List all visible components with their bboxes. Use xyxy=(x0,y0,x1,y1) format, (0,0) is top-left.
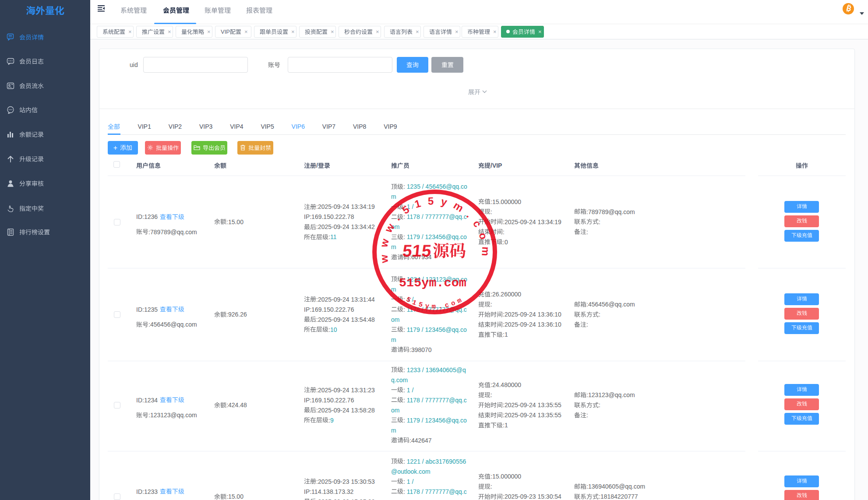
svg-text:515: 515 xyxy=(402,241,432,260)
svg-text:515ym.com: 515ym.com xyxy=(399,276,466,290)
